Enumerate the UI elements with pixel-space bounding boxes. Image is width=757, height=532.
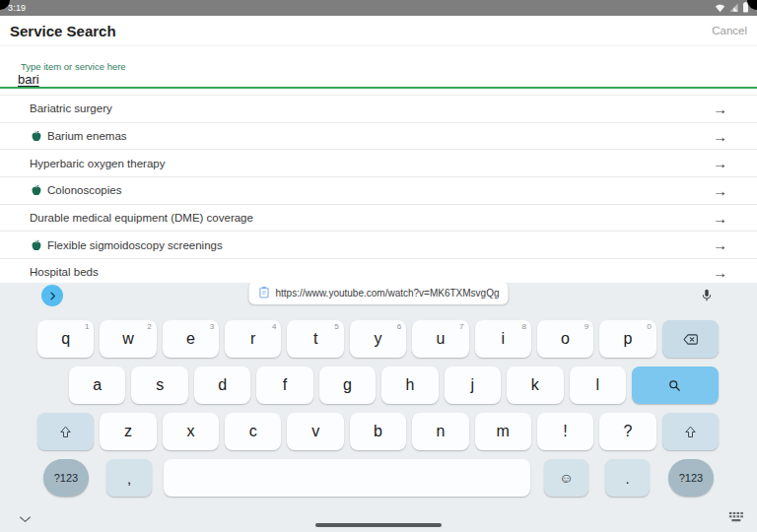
search-field-underline [0, 87, 757, 89]
symbols-key-left[interactable]: ?123 [43, 459, 89, 497]
arrow-right-icon[interactable]: → [713, 156, 727, 170]
key-hint: 4 [272, 322, 276, 331]
key-hint: 1 [85, 322, 89, 331]
list-item[interactable]: Durable medical equipment (DME) coverage… [0, 205, 757, 233]
key-t[interactable]: t5 [287, 320, 343, 358]
list-item-label: Colonoscopies [47, 184, 121, 196]
key-u[interactable]: u7 [412, 320, 468, 358]
search-icon [667, 378, 682, 393]
cancel-button[interactable]: Cancel [712, 25, 747, 36]
search-input[interactable]: bari [18, 72, 39, 87]
key-l[interactable]: l [570, 366, 626, 404]
arrow-right-icon[interactable]: → [713, 237, 727, 252]
list-item-label: Hospital beds [30, 266, 99, 278]
app-header: Service Search Cancel [0, 16, 757, 46]
keyboard-row-1: q1w2e3r4t5y6u7i8o9p0 [37, 320, 719, 358]
android-tablet-screen: 3:19 Service Search Cancel Type item or … [0, 0, 757, 532]
key-c[interactable]: c [225, 413, 281, 450]
key-k[interactable]: k [507, 366, 563, 404]
arrow-right-icon[interactable]: → [713, 101, 727, 116]
key-![interactable]: ! [537, 413, 593, 450]
arrow-right-icon[interactable]: → [713, 183, 727, 198]
shift-icon [58, 425, 73, 439]
key-j[interactable]: j [445, 366, 501, 404]
apple-icon [30, 128, 43, 144]
key-f[interactable]: f [256, 366, 312, 404]
list-item[interactable]: Colonoscopies→ [0, 177, 757, 205]
service-search-field[interactable]: Type item or service here bari [0, 47, 757, 89]
key-h[interactable]: h [381, 366, 438, 404]
key-b[interactable]: b [350, 413, 406, 450]
key-hint: 3 [210, 322, 214, 331]
wifi-icon [715, 0, 725, 17]
gesture-navigation-handle[interactable] [315, 523, 442, 527]
comma-key[interactable]: , [106, 459, 152, 497]
key-i[interactable]: i8 [475, 320, 531, 358]
key-z[interactable]: z [100, 413, 156, 450]
key-hint: 0 [647, 322, 651, 331]
key-e[interactable]: e3 [163, 320, 219, 358]
key-o[interactable]: o9 [537, 320, 593, 358]
keyboard-row-3: zxcvbnm!? [37, 413, 719, 450]
key-n[interactable]: n [412, 413, 468, 450]
key-w[interactable]: w2 [100, 320, 156, 358]
shift-key-right[interactable] [662, 413, 719, 450]
hide-keyboard-icon[interactable] [19, 510, 32, 528]
key-y[interactable]: y6 [350, 320, 406, 358]
key-s[interactable]: s [131, 366, 187, 404]
key-hint: 9 [585, 322, 588, 331]
clipboard-suggestion-text: https://www.youtube.com/watch?v=MK6TXMsv… [275, 288, 499, 299]
results-list: Bariatric surgery→ Barium enemas→Hyperba… [0, 95, 757, 287]
clipboard-suggestion-chip[interactable]: https://www.youtube.com/watch?v=MK6TXMsv… [248, 282, 508, 304]
search-enter-key[interactable] [632, 366, 719, 404]
symbols-key-right[interactable]: ?123 [668, 459, 714, 497]
shift-icon [683, 425, 698, 439]
key-?[interactable]: ? [599, 413, 655, 450]
apple-icon [30, 237, 43, 253]
key-d[interactable]: d [194, 366, 250, 404]
keyboard-row-2: asdfghjkl [69, 366, 719, 404]
key-hint: 5 [334, 322, 338, 331]
list-item-label: Bariatric surgery [30, 102, 112, 114]
key-a[interactable]: a [69, 366, 125, 404]
list-item[interactable]: Barium enemas→ [0, 123, 757, 151]
list-item[interactable]: Hyperbaric oxygen therapy→ [0, 150, 757, 177]
clipboard-icon [257, 285, 270, 302]
apple-icon [30, 182, 43, 198]
keyboard-switcher-icon[interactable] [728, 509, 745, 527]
list-item-label: Durable medical equipment (DME) coverage [30, 212, 253, 224]
period-key[interactable]: . [605, 459, 650, 497]
key-v[interactable]: v [287, 413, 343, 450]
arrow-right-icon[interactable]: → [713, 265, 727, 280]
emoji-key[interactable]: ☺ [544, 459, 588, 497]
backspace-key[interactable] [662, 320, 719, 358]
list-item[interactable]: Flexible sigmoidoscopy screenings→ [0, 232, 757, 259]
mic-icon[interactable] [700, 286, 714, 308]
page-title: Service Search [10, 23, 116, 39]
clock: 3:19 [8, 3, 26, 13]
key-x[interactable]: x [163, 413, 219, 450]
status-bar: 3:19 [0, 0, 757, 16]
key-hint: 2 [147, 322, 151, 331]
key-g[interactable]: g [319, 366, 376, 404]
onscreen-keyboard: https://www.youtube.com/watch?v=MK6TXMsv… [0, 283, 757, 532]
key-hint: 8 [521, 322, 525, 331]
chevron-right-icon [47, 291, 58, 301]
key-q[interactable]: q1 [37, 320, 94, 358]
arrow-right-icon[interactable]: → [713, 211, 727, 226]
space-key[interactable] [164, 459, 530, 497]
list-item[interactable]: Bariatric surgery→ [0, 96, 757, 123]
search-field-label: Type item or service here [21, 61, 126, 72]
backspace-icon [682, 331, 699, 348]
key-p[interactable]: p0 [599, 320, 655, 358]
suggestion-bar: https://www.youtube.com/watch?v=MK6TXMsv… [0, 283, 757, 310]
list-item-label: Hyperbaric oxygen therapy [30, 158, 165, 169]
keyboard-expand-button[interactable] [41, 285, 63, 306]
key-m[interactable]: m [475, 413, 531, 450]
cellular-signal-icon [728, 0, 739, 17]
list-item-label: Barium enemas [47, 130, 127, 142]
key-r[interactable]: r4 [225, 320, 281, 358]
shift-key-left[interactable] [37, 413, 94, 450]
list-item-label: Flexible sigmoidoscopy screenings [47, 239, 223, 251]
arrow-right-icon[interactable]: → [713, 129, 727, 144]
